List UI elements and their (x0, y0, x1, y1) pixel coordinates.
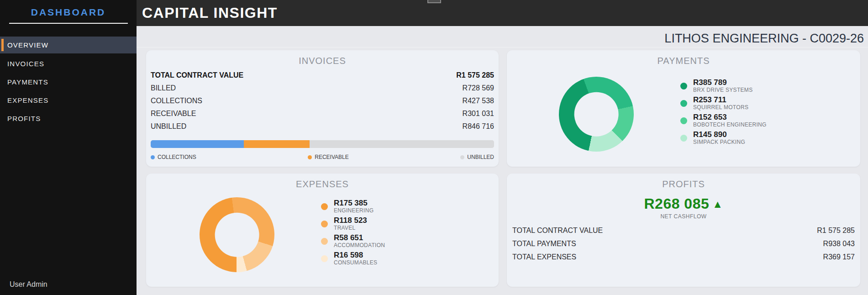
legend-item: R118 523 TRAVEL (321, 216, 385, 232)
legend-dot (321, 238, 328, 245)
invoices-legend: COLLECTIONS RECEIVABLE UNBILLED (151, 154, 494, 160)
stat-value: R728 569 (463, 84, 494, 92)
legend-item: R253 711 SQUIRREL MOTORS (680, 96, 767, 111)
legend-item: R16 598 CONSUMABLES (321, 251, 385, 266)
legend-item: R152 653 BOBOTECH ENGINEERING (680, 113, 767, 128)
legend-label: ACCOMMODATION (334, 242, 385, 249)
net-cashflow-value: R268 085 (644, 195, 709, 212)
net-cashflow-label: NET CASHFLOW (507, 213, 860, 220)
stat-value: R1 575 285 (456, 71, 494, 79)
sidebar-item-label: OVERVIEW (7, 41, 48, 49)
sidebar-item-invoices[interactable]: INVOICES (0, 55, 137, 73)
sidebar-item-label: PAYMENTS (7, 78, 48, 86)
invoices-bar-segment-unbilled (310, 140, 494, 148)
stat-label: RECEIVABLE (151, 110, 196, 118)
expenses-card-title: EXPENSES (146, 179, 499, 190)
stat-row: TOTAL CONTRACT VALUE R1 575 285 (512, 224, 855, 237)
stat-label: TOTAL PAYMENTS (512, 240, 576, 248)
stat-row: UNBILLED R846 716 (151, 120, 494, 133)
legend-item: R385 789 BRX DRIVE SYSTEMS (680, 79, 767, 94)
stat-label: TOTAL CONTRACT VALUE (512, 227, 603, 235)
expenses-card: EXPENSES R175 385 ENGINEERING R118 523 T… (146, 174, 499, 287)
payments-donut-chart (559, 77, 634, 152)
stat-label: COLLECTIONS (151, 97, 202, 105)
stat-label: TOTAL EXPENSES (512, 253, 576, 261)
profits-card: PROFITS R268 085▲ NET CASHFLOW TOTAL CON… (507, 174, 860, 287)
stat-value: R301 031 (463, 110, 494, 118)
invoices-stats: TOTAL CONTRACT VALUE R1 575 285 BILLED R… (151, 69, 494, 133)
legend-item: R58 651 ACCOMMODATION (321, 234, 385, 249)
legend-label: CONSUMABLES (334, 259, 377, 266)
legend-label: RECEIVABLE (315, 154, 348, 160)
stat-row: TOTAL PAYMENTS R938 043 (512, 237, 855, 250)
legend-dot (680, 117, 687, 124)
stat-label: TOTAL CONTRACT VALUE (151, 71, 243, 79)
sidebar-divider (9, 23, 128, 24)
payments-card-title: PAYMENTS (507, 56, 860, 66)
stat-value: R427 538 (463, 97, 494, 105)
legend-dot (321, 203, 328, 210)
invoices-progress-bar (151, 140, 494, 148)
donut-hole (574, 92, 619, 137)
stat-value: R846 716 (463, 122, 494, 131)
invoices-bar-segment-collections (151, 140, 244, 148)
legend-label: COLLECTIONS (158, 154, 196, 160)
legend-value: R253 711 (693, 96, 748, 104)
legend-value: R145 890 (693, 131, 745, 139)
sidebar: DASHBOARD OVERVIEW INVOICES PAYMENTS EXP… (0, 0, 137, 295)
legend-value: R385 789 (693, 79, 752, 87)
legend-dot (321, 255, 328, 262)
stat-value: R369 157 (823, 253, 855, 261)
legend-item: RECEIVABLE (308, 154, 348, 160)
legend-dot (680, 83, 687, 90)
donut-hole (215, 213, 259, 257)
legend-value: R152 653 (693, 113, 767, 121)
stat-row: TOTAL EXPENSES R369 157 (512, 250, 855, 263)
stat-row: RECEIVABLE R301 031 (151, 107, 494, 120)
payments-card: PAYMENTS R385 789 BRX DRIVE SYSTEMS R253… (507, 50, 860, 167)
legend-label: SIMPACK PACKING (693, 139, 745, 146)
sidebar-item-label: PROFITS (7, 115, 41, 122)
legend-label: UNBILLED (467, 154, 494, 160)
payments-legend: R385 789 BRX DRIVE SYSTEMS R253 711 SQUI… (680, 79, 767, 146)
sidebar-item-expenses[interactable]: EXPENSES (0, 91, 137, 110)
sidebar-item-overview[interactable]: OVERVIEW (0, 37, 137, 53)
user-admin-label: User Admin (10, 280, 47, 289)
stat-row: BILLED R728 569 (151, 82, 494, 95)
legend-dot (680, 135, 687, 142)
legend-label: BOBOTECH ENGINEERING (693, 121, 767, 128)
expenses-donut-chart (200, 197, 274, 272)
legend-dot (321, 221, 328, 227)
legend-dot-receivable (308, 155, 312, 159)
window-icon (427, 0, 441, 3)
legend-dot-unbilled (460, 155, 464, 159)
app-header: CAPITAL INSIGHT (137, 0, 868, 26)
stat-value: R1 575 285 (817, 227, 855, 235)
profits-stats: TOTAL CONTRACT VALUE R1 575 285 TOTAL PA… (512, 224, 855, 263)
stat-label: UNBILLED (151, 122, 186, 131)
dashboard-title: DASHBOARD (0, 7, 137, 18)
stat-row: TOTAL CONTRACT VALUE R1 575 285 (151, 69, 494, 82)
invoices-bar-segment-receivable (244, 140, 310, 148)
trend-up-icon: ▲ (712, 198, 723, 210)
legend-label: BRX DRIVE SYSTEMS (693, 87, 752, 94)
content-area: LITHOS ENGINEERING - C0029-26 INVOICES T… (137, 26, 868, 295)
stat-value: R938 043 (823, 240, 855, 248)
sidebar-item-payments[interactable]: PAYMENTS (0, 73, 137, 91)
legend-label: ENGINEERING (334, 207, 374, 214)
app-title: CAPITAL INSIGHT (137, 0, 868, 26)
legend-value: R58 651 (334, 234, 385, 242)
invoices-card-title: INVOICES (146, 56, 499, 66)
legend-dot-collections (151, 155, 155, 159)
invoices-card: INVOICES TOTAL CONTRACT VALUE R1 575 285… (146, 50, 499, 167)
legend-dot (680, 100, 687, 107)
legend-value: R175 385 (334, 199, 374, 207)
legend-label: SQUIRREL MOTORS (693, 104, 748, 111)
page-title: LITHOS ENGINEERING - C0029-26 (137, 26, 868, 47)
legend-value: R16 598 (334, 251, 377, 259)
profits-card-title: PROFITS (507, 179, 860, 190)
legend-label: TRAVEL (334, 225, 367, 232)
legend-item: R175 385 ENGINEERING (321, 199, 385, 214)
legend-value: R118 523 (334, 216, 367, 225)
sidebar-item-profits[interactable]: PROFITS (0, 110, 137, 128)
